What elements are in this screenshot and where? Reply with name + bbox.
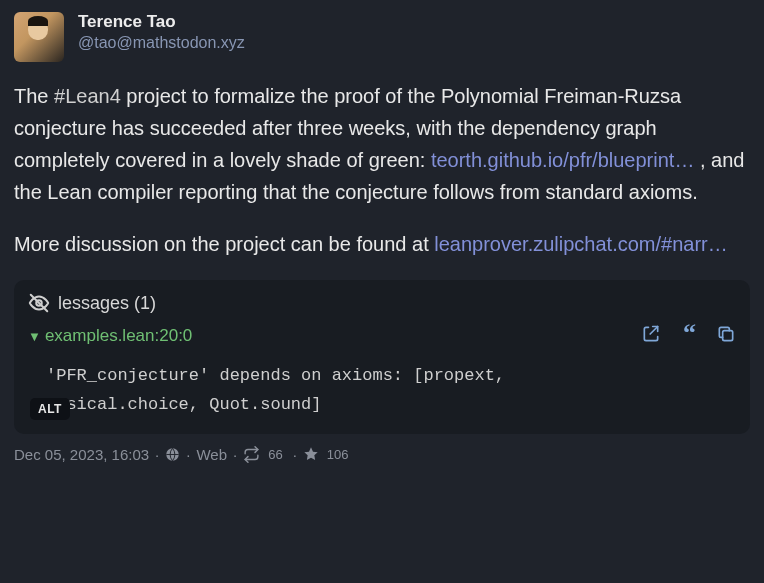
- avatar[interactable]: [14, 12, 64, 62]
- user-handle[interactable]: @tao@mathstodon.xyz: [78, 34, 245, 52]
- code-line: assical.choice, Quot.sound]: [46, 395, 321, 414]
- fav-count: 106: [327, 447, 349, 462]
- body-text: More discussion on the project can be fo…: [14, 233, 434, 255]
- boost-count: 66: [268, 447, 282, 462]
- boost-icon[interactable]: [243, 446, 260, 463]
- go-to-file-icon[interactable]: [641, 324, 661, 348]
- copy-icon[interactable]: [716, 324, 736, 348]
- hashtag-lean4[interactable]: #Lean4: [54, 85, 121, 107]
- svg-marker-4: [304, 448, 317, 461]
- code-output: 'PFR_conjecture' depends on axioms: [pro…: [28, 362, 736, 420]
- post-source: Web: [196, 446, 227, 463]
- body-text: The: [14, 85, 54, 107]
- code-line: 'PFR_conjecture' depends on axioms: [pro…: [46, 366, 505, 385]
- disclosure-triangle-icon[interactable]: ▼: [28, 329, 41, 344]
- file-location[interactable]: examples.lean:20:0: [45, 326, 192, 346]
- messages-label: lessages (1): [58, 293, 156, 314]
- alt-badge[interactable]: ALT: [30, 398, 70, 420]
- quote-icon[interactable]: “: [683, 324, 694, 348]
- star-icon[interactable]: [303, 446, 319, 462]
- blueprint-link[interactable]: teorth.github.io/pfr/blueprint…: [431, 149, 695, 171]
- zulip-link[interactable]: leanprover.zulipchat.com/#narr…: [434, 233, 727, 255]
- attachment-card: lessages (1) ▼ examples.lean:20:0 “ 'PFR…: [14, 280, 750, 434]
- svg-rect-2: [723, 331, 733, 341]
- hidden-eye-icon: [28, 292, 50, 314]
- display-name[interactable]: Terence Tao: [78, 12, 245, 32]
- globe-icon: [165, 447, 180, 462]
- post-meta: Dec 05, 2023, 16:03 · · Web · 66 · 106: [14, 444, 750, 463]
- timestamp[interactable]: Dec 05, 2023, 16:03: [14, 446, 149, 463]
- post-body: The #Lean4 project to formalize the proo…: [14, 80, 750, 260]
